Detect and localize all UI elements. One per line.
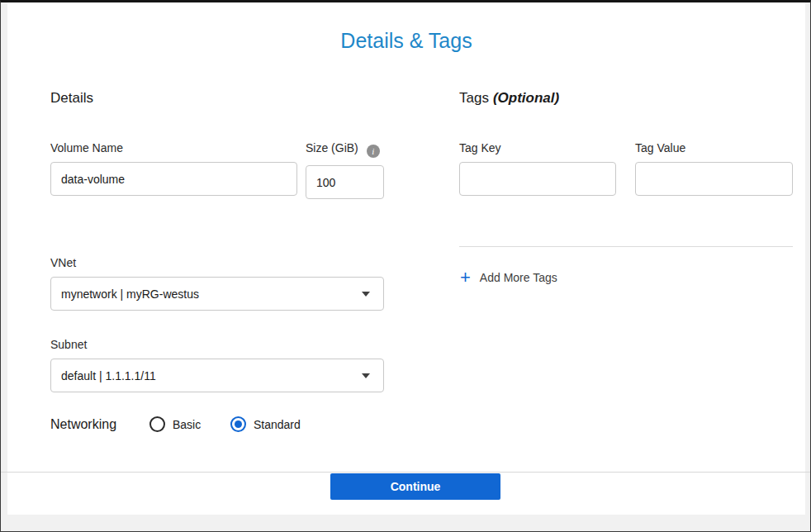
plus-icon: +: [460, 268, 471, 287]
continue-button[interactable]: Continue: [330, 473, 500, 500]
vnet-label: VNet: [50, 256, 384, 269]
content-card: Details & Tags Details Volume Name Size …: [7, 2, 805, 515]
vnet-selected-value: mynetwork | myRG-westus: [61, 287, 199, 301]
radio-standard-icon[interactable]: [230, 416, 246, 432]
vnet-select[interactable]: mynetwork | myRG-westus: [50, 277, 384, 311]
tag-key-label: Tag Key: [459, 141, 616, 154]
page-title: Details & Tags: [7, 29, 805, 53]
radio-basic-icon[interactable]: [149, 416, 165, 432]
subnet-selected-value: default | 1.1.1.1/11: [61, 369, 156, 382]
tags-section-heading: Tags(Optional): [459, 90, 559, 107]
tag-key-field: Tag Key: [459, 141, 616, 196]
size-input[interactable]: [306, 165, 384, 199]
tags-heading-text: Tags: [459, 90, 489, 106]
volume-name-field: Volume Name: [50, 141, 297, 196]
tag-value-field: Tag Value: [635, 141, 793, 196]
subnet-label: Subnet: [50, 338, 384, 351]
radio-option-standard[interactable]: Standard: [230, 416, 301, 432]
size-label-text: Size (GiB): [306, 141, 358, 154]
tag-value-label: Tag Value: [635, 141, 793, 154]
networking-row: Networking Basic Standard: [50, 416, 397, 436]
radio-dot: [235, 420, 242, 428]
details-tags-page: Details & Tags Details Volume Name Size …: [0, 0, 811, 532]
vnet-field: VNet mynetwork | myRG-westus: [50, 256, 384, 311]
radio-standard-label: Standard: [254, 418, 301, 431]
tags-divider: [459, 246, 793, 247]
subnet-select[interactable]: default | 1.1.1.1/11: [50, 359, 384, 392]
volume-name-label: Volume Name: [50, 141, 297, 154]
radio-option-basic[interactable]: Basic: [149, 416, 201, 432]
add-more-tags-button[interactable]: + Add More Tags: [460, 268, 557, 287]
tag-value-input[interactable]: [635, 162, 793, 196]
networking-label: Networking: [50, 417, 116, 432]
info-icon[interactable]: i: [367, 145, 380, 158]
add-more-tags-label: Add More Tags: [480, 271, 557, 284]
size-field: Size (GiB)i: [306, 141, 384, 199]
volume-name-input[interactable]: [50, 162, 297, 196]
size-label: Size (GiB)i: [306, 141, 384, 158]
tags-optional-note: (Optional): [493, 90, 559, 106]
chevron-down-icon: [362, 373, 370, 378]
subnet-field: Subnet default | 1.1.1.1/11: [50, 338, 384, 392]
tag-key-input[interactable]: [459, 162, 616, 196]
chevron-down-icon: [362, 292, 370, 297]
radio-basic-label: Basic: [173, 418, 201, 431]
footer-divider: [1, 472, 811, 473]
details-section-heading: Details: [50, 90, 93, 107]
